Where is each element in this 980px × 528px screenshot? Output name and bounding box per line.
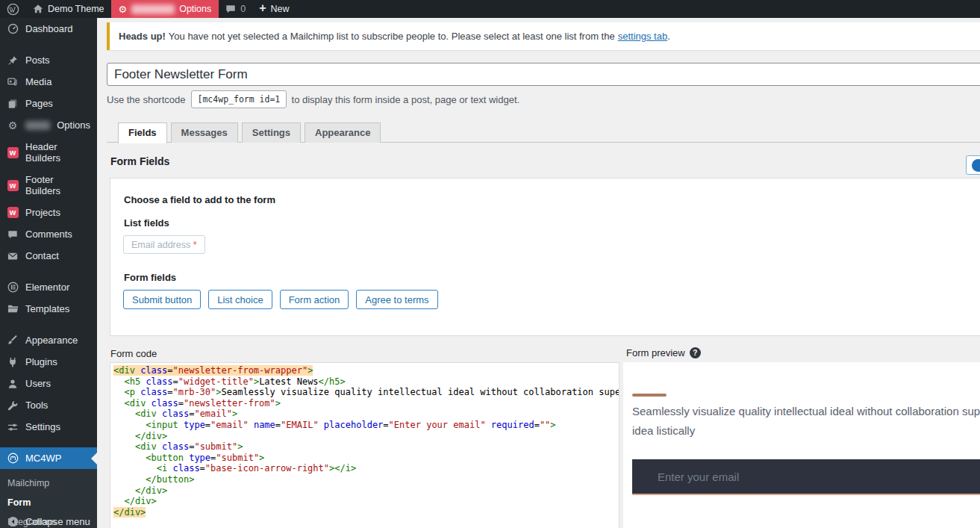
media-icon [7, 77, 19, 87]
list-choice-field-button[interactable]: List choice [208, 290, 272, 309]
site-name-label: Demo Theme [48, 4, 104, 14]
submenu-item-form[interactable]: Form [0, 493, 97, 512]
agree-to-terms-field-button[interactable]: Agree to terms [356, 290, 437, 309]
fields-helper-toggle-button[interactable] [966, 155, 980, 175]
gear-icon: ⚙ [119, 4, 128, 14]
main-content: Heads up! You have not yet selected a Ma… [97, 18, 980, 528]
form-editor-tabs: FieldsMessagesSettingsAppearance [107, 122, 980, 143]
sidebar-item-users[interactable]: Users [0, 373, 97, 394]
theme-options-button[interactable]: ⚙ Options [111, 0, 219, 18]
sidebar-item-pages[interactable]: Pages [0, 93, 97, 114]
submit-button-field-button[interactable]: Submit button [123, 290, 201, 309]
redacted-text-blur [131, 4, 175, 14]
w-badge-icon: w [7, 147, 19, 158]
sidebar-item-elementor[interactable]: Elementor [0, 276, 97, 298]
sidebar-item-label: Media [25, 76, 52, 87]
submenu-item-mailchimp[interactable]: Mailchimp [0, 473, 97, 493]
home-icon [33, 4, 43, 14]
collapse-menu-label: Collapse menu [25, 516, 90, 527]
form-code-label: Form code [110, 348, 157, 359]
sidebar-item-label: Footer Builders [25, 174, 90, 196]
sidebar-menu: DashboardPostsMediaPages⚙OptionswHeader … [0, 18, 97, 469]
sidebar-item-label: Projects [25, 207, 60, 218]
comments-shortcut[interactable]: 0 [219, 0, 252, 18]
help-icon[interactable]: ? [690, 347, 701, 358]
sidebar-item-media[interactable]: Media [0, 71, 97, 93]
mailchimp-warning-notice: Heads up! You have not yet selected a Ma… [107, 22, 980, 50]
sidebar-item-label: MC4WP [25, 453, 61, 464]
sidebar-item-posts[interactable]: Posts [0, 49, 97, 71]
new-label: New [271, 4, 290, 14]
sidebar-item-settings[interactable]: Settings [0, 416, 97, 438]
sidebar-item-label: Templates [25, 303, 69, 314]
code-line: <input type="email" name="EMAIL" placeho… [113, 420, 619, 431]
code-line: <button type="submit"> [113, 453, 619, 464]
comment-icon [7, 229, 19, 240]
sidebar-item-footer-builders[interactable]: wFooter Builders [0, 169, 97, 202]
dashboard-icon [7, 23, 19, 34]
tab-fields[interactable]: Fields [118, 122, 167, 143]
folder-icon [7, 303, 19, 314]
tab-appearance[interactable]: Appearance [305, 122, 381, 143]
sidebar-item-header-builders[interactable]: wHeader Builders [0, 136, 97, 169]
sidebar-item-plugins[interactable]: Plugins [0, 351, 97, 373]
required-asterisk: * [193, 240, 197, 250]
wordpress-logo[interactable] [0, 0, 26, 18]
tab-settings[interactable]: Settings [242, 122, 301, 143]
notice-suffix: . [667, 31, 670, 42]
collapse-menu-button[interactable]: Collapse menu [0, 511, 97, 528]
code-line: </div> [113, 496, 619, 507]
form-title-input[interactable] [107, 63, 980, 86]
shortcode-prefix: Use the shortcode [107, 94, 186, 105]
form-code-editor[interactable]: <div class="newsletter-from-wrapper"> <h… [110, 362, 619, 528]
form-fields-heading: Form Fields [110, 155, 169, 167]
list-fields-label: List fields [124, 217, 169, 229]
site-name-menu[interactable]: Demo Theme [26, 0, 111, 18]
code-line: <div class="newsletter-from-wrapper"> [113, 365, 619, 376]
code-line: <div class="newsletter-from"> [113, 398, 619, 409]
sidebar-item-projects[interactable]: wProjects [0, 202, 97, 223]
sidebar-item-label: Comments [25, 229, 72, 240]
options-button-label: Options [179, 4, 211, 14]
sidebar-item-options[interactable]: ⚙Options [0, 114, 97, 136]
sidebar-item-tools[interactable]: Tools [0, 394, 97, 416]
sidebar-item-label: Users [25, 378, 51, 389]
wordpress-icon [7, 3, 19, 16]
preview-paragraph-line2: idea listically [632, 424, 695, 437]
form-action-field-button[interactable]: Form action [280, 290, 349, 309]
sidebar-item-dashboard[interactable]: Dashboard [0, 18, 97, 40]
comment-icon [225, 4, 236, 14]
sidebar-item-label: Elementor [25, 282, 69, 293]
email-address-field-button[interactable]: Email address * [123, 235, 205, 254]
preview-title-accent-bar [632, 394, 667, 397]
sidebar-item-contact[interactable]: Contact [0, 245, 97, 267]
sidebar-item-templates[interactable]: Templates [0, 298, 97, 320]
redacted-text-blur [25, 121, 50, 130]
sidebar-item-appearance[interactable]: Appearance [0, 329, 97, 351]
code-line: </div> [113, 431, 619, 442]
wrench-icon [7, 400, 19, 411]
code-line: <p class="mrb-30">Seamlessly visualize q… [113, 387, 619, 398]
preview-email-input[interactable] [632, 459, 980, 495]
sidebar-item-label: Settings [25, 421, 60, 432]
tab-messages[interactable]: Messages [171, 122, 238, 143]
form-fields-panel: Choose a field to add to the form List f… [110, 178, 980, 336]
shortcode-row: Use the shortcode to display this form i… [107, 90, 519, 108]
w-badge-icon: w [7, 207, 19, 218]
sidebar-item-label: Plugins [25, 356, 57, 367]
code-line: </div> [113, 507, 619, 518]
settings-tab-link[interactable]: settings tab [618, 31, 668, 42]
code-line: <div class="email"> [113, 409, 619, 420]
shortcode-suffix: to display this form inside a post, page… [292, 94, 520, 105]
pin-icon [7, 55, 19, 66]
sidebar-item-mc4wp[interactable]: MC4WP [0, 447, 97, 469]
sidebar-item-label: Appearance [25, 335, 78, 346]
shortcode-input[interactable] [191, 90, 287, 108]
toggle-knob-icon [972, 159, 980, 172]
sidebar-item-label: Pages [25, 98, 53, 109]
code-line: <div class="submit"> [113, 441, 619, 453]
plug-icon [7, 357, 19, 367]
new-content-menu[interactable]: + New [252, 0, 296, 18]
sidebar-item-comments[interactable]: Comments [0, 223, 97, 245]
mailchimp-icon [7, 453, 19, 464]
